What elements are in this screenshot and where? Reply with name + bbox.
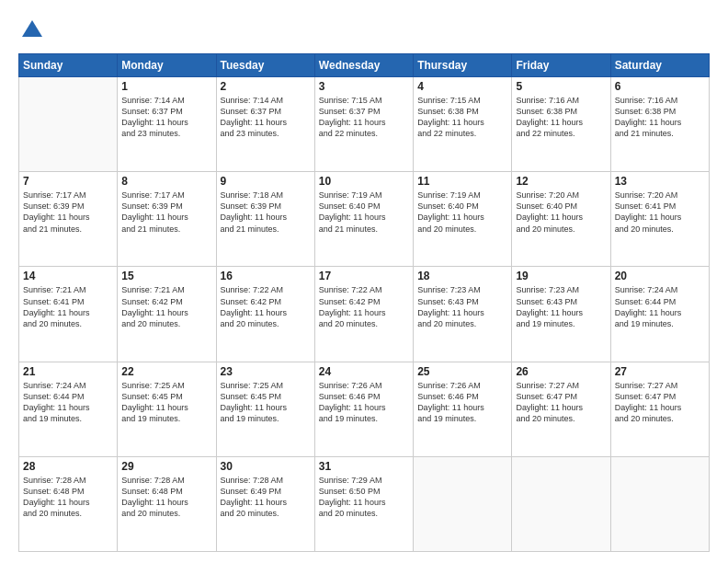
day-number: 31 <box>319 460 409 473</box>
weekday-header: Saturday <box>610 54 709 77</box>
cell-info: Sunrise: 7:24 AMSunset: 6:44 PMDaylight:… <box>23 380 113 425</box>
cell-info: Sunrise: 7:29 AMSunset: 6:50 PMDaylight:… <box>319 475 409 520</box>
cell-info: Sunrise: 7:22 AMSunset: 6:42 PMDaylight:… <box>319 284 409 329</box>
cell-info: Sunrise: 7:18 AMSunset: 6:39 PMDaylight:… <box>221 190 311 235</box>
day-number: 5 <box>516 80 606 93</box>
calendar-cell <box>414 456 512 551</box>
logo <box>18 17 50 44</box>
day-number: 29 <box>121 460 211 473</box>
day-number: 3 <box>319 80 409 93</box>
cell-info: Sunrise: 7:21 AMSunset: 6:42 PMDaylight:… <box>121 284 211 329</box>
day-number: 26 <box>516 365 606 378</box>
calendar-cell: 16Sunrise: 7:22 AMSunset: 6:42 PMDayligh… <box>216 267 314 362</box>
day-number: 30 <box>221 460 311 473</box>
cell-info: Sunrise: 7:19 AMSunset: 6:40 PMDaylight:… <box>417 190 507 235</box>
day-number: 14 <box>23 270 113 282</box>
calendar-cell: 7Sunrise: 7:17 AMSunset: 6:39 PMDaylight… <box>19 172 118 267</box>
day-number: 22 <box>121 365 211 378</box>
calendar-cell <box>610 456 709 551</box>
cell-info: Sunrise: 7:28 AMSunset: 6:49 PMDaylight:… <box>221 475 311 520</box>
cell-info: Sunrise: 7:23 AMSunset: 6:43 PMDaylight:… <box>516 284 606 329</box>
cell-info: Sunrise: 7:19 AMSunset: 6:40 PMDaylight:… <box>319 190 409 235</box>
cell-info: Sunrise: 7:20 AMSunset: 6:41 PMDaylight:… <box>615 190 705 235</box>
weekday-header: Thursday <box>414 54 512 77</box>
cell-info: Sunrise: 7:17 AMSunset: 6:39 PMDaylight:… <box>121 190 211 235</box>
calendar-cell: 10Sunrise: 7:19 AMSunset: 6:40 PMDayligh… <box>314 172 413 267</box>
day-number: 19 <box>516 270 606 282</box>
cell-info: Sunrise: 7:28 AMSunset: 6:48 PMDaylight:… <box>23 475 113 520</box>
calendar-cell: 30Sunrise: 7:28 AMSunset: 6:49 PMDayligh… <box>216 456 314 551</box>
calendar-cell: 20Sunrise: 7:24 AMSunset: 6:44 PMDayligh… <box>610 267 709 362</box>
day-number: 4 <box>417 80 507 93</box>
cell-info: Sunrise: 7:20 AMSunset: 6:40 PMDaylight:… <box>516 190 606 235</box>
header <box>18 17 710 44</box>
day-number: 13 <box>615 175 705 188</box>
calendar-cell: 19Sunrise: 7:23 AMSunset: 6:43 PMDayligh… <box>512 267 610 362</box>
calendar-cell: 29Sunrise: 7:28 AMSunset: 6:48 PMDayligh… <box>118 456 216 551</box>
day-number: 25 <box>417 365 507 378</box>
page: SundayMondayTuesdayWednesdayThursdayFrid… <box>0 0 728 563</box>
calendar-cell: 31Sunrise: 7:29 AMSunset: 6:50 PMDayligh… <box>314 456 413 551</box>
calendar-cell <box>19 77 118 172</box>
calendar-cell: 15Sunrise: 7:21 AMSunset: 6:42 PMDayligh… <box>118 267 216 362</box>
calendar-cell: 13Sunrise: 7:20 AMSunset: 6:41 PMDayligh… <box>610 172 709 267</box>
svg-rect-1 <box>26 31 39 37</box>
day-number: 2 <box>221 80 311 93</box>
cell-info: Sunrise: 7:27 AMSunset: 6:47 PMDaylight:… <box>516 380 606 425</box>
cell-info: Sunrise: 7:22 AMSunset: 6:42 PMDaylight:… <box>221 284 311 329</box>
day-number: 11 <box>417 175 507 188</box>
cell-info: Sunrise: 7:15 AMSunset: 6:38 PMDaylight:… <box>417 95 507 140</box>
cell-info: Sunrise: 7:25 AMSunset: 6:45 PMDaylight:… <box>121 380 211 425</box>
cell-info: Sunrise: 7:27 AMSunset: 6:47 PMDaylight:… <box>615 380 705 425</box>
day-number: 1 <box>121 80 211 93</box>
day-number: 6 <box>615 80 705 93</box>
calendar-cell: 6Sunrise: 7:16 AMSunset: 6:38 PMDaylight… <box>610 77 709 172</box>
calendar-cell: 26Sunrise: 7:27 AMSunset: 6:47 PMDayligh… <box>512 362 610 456</box>
calendar-cell: 4Sunrise: 7:15 AMSunset: 6:38 PMDaylight… <box>414 77 512 172</box>
calendar-cell: 1Sunrise: 7:14 AMSunset: 6:37 PMDaylight… <box>118 77 216 172</box>
day-number: 18 <box>417 270 507 282</box>
calendar-cell: 9Sunrise: 7:18 AMSunset: 6:39 PMDaylight… <box>216 172 314 267</box>
cell-info: Sunrise: 7:16 AMSunset: 6:38 PMDaylight:… <box>615 95 705 140</box>
calendar-cell: 17Sunrise: 7:22 AMSunset: 6:42 PMDayligh… <box>314 267 413 362</box>
calendar-cell: 3Sunrise: 7:15 AMSunset: 6:37 PMDaylight… <box>314 77 413 172</box>
day-number: 8 <box>121 175 211 188</box>
weekday-header: Wednesday <box>314 54 413 77</box>
weekday-header: Tuesday <box>216 54 314 77</box>
day-number: 12 <box>516 175 606 188</box>
calendar-cell: 12Sunrise: 7:20 AMSunset: 6:40 PMDayligh… <box>512 172 610 267</box>
cell-info: Sunrise: 7:23 AMSunset: 6:43 PMDaylight:… <box>417 284 507 329</box>
cell-info: Sunrise: 7:26 AMSunset: 6:46 PMDaylight:… <box>319 380 409 425</box>
calendar-cell: 24Sunrise: 7:26 AMSunset: 6:46 PMDayligh… <box>314 362 413 456</box>
calendar-cell: 18Sunrise: 7:23 AMSunset: 6:43 PMDayligh… <box>414 267 512 362</box>
calendar-cell: 25Sunrise: 7:26 AMSunset: 6:46 PMDayligh… <box>414 362 512 456</box>
calendar-cell: 11Sunrise: 7:19 AMSunset: 6:40 PMDayligh… <box>414 172 512 267</box>
day-number: 16 <box>221 270 311 282</box>
day-number: 24 <box>319 365 409 378</box>
calendar-cell: 28Sunrise: 7:28 AMSunset: 6:48 PMDayligh… <box>19 456 118 551</box>
day-number: 17 <box>319 270 409 282</box>
calendar-cell: 22Sunrise: 7:25 AMSunset: 6:45 PMDayligh… <box>118 362 216 456</box>
cell-info: Sunrise: 7:24 AMSunset: 6:44 PMDaylight:… <box>615 284 705 329</box>
weekday-header: Friday <box>512 54 610 77</box>
day-number: 21 <box>23 365 113 378</box>
cell-info: Sunrise: 7:26 AMSunset: 6:46 PMDaylight:… <box>417 380 507 425</box>
cell-info: Sunrise: 7:15 AMSunset: 6:37 PMDaylight:… <box>319 95 409 140</box>
cell-info: Sunrise: 7:21 AMSunset: 6:41 PMDaylight:… <box>23 284 113 329</box>
day-number: 28 <box>23 460 113 473</box>
day-number: 15 <box>121 270 211 282</box>
weekday-header: Monday <box>118 54 216 77</box>
calendar-cell: 2Sunrise: 7:14 AMSunset: 6:37 PMDaylight… <box>216 77 314 172</box>
cell-info: Sunrise: 7:17 AMSunset: 6:39 PMDaylight:… <box>23 190 113 235</box>
calendar-cell <box>512 456 610 551</box>
calendar-cell: 21Sunrise: 7:24 AMSunset: 6:44 PMDayligh… <box>19 362 118 456</box>
day-number: 20 <box>615 270 705 282</box>
day-number: 7 <box>23 175 113 188</box>
calendar-table: SundayMondayTuesdayWednesdayThursdayFrid… <box>18 53 710 552</box>
day-number: 23 <box>221 365 311 378</box>
calendar-cell: 27Sunrise: 7:27 AMSunset: 6:47 PMDayligh… <box>610 362 709 456</box>
cell-info: Sunrise: 7:28 AMSunset: 6:48 PMDaylight:… <box>121 475 211 520</box>
weekday-header: Sunday <box>19 54 118 77</box>
calendar-cell: 23Sunrise: 7:25 AMSunset: 6:45 PMDayligh… <box>216 362 314 456</box>
cell-info: Sunrise: 7:14 AMSunset: 6:37 PMDaylight:… <box>221 95 311 140</box>
